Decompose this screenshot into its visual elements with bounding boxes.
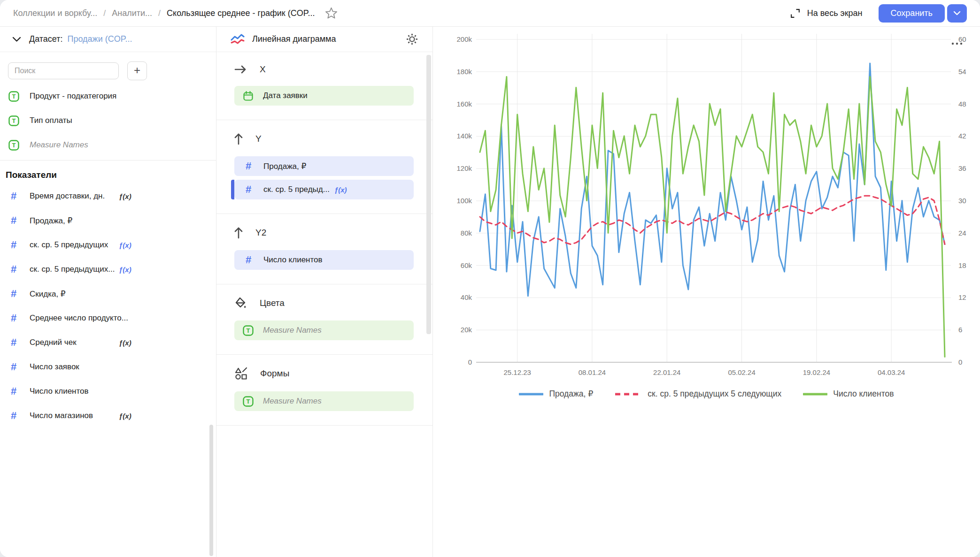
- fullscreen-label: На весь экран: [807, 8, 863, 18]
- legend-item-moving-average[interactable]: ск. ср. 5 предыдущих 5 следующих: [615, 389, 781, 399]
- shapes-field-pill[interactable]: T Measure Names: [234, 391, 414, 411]
- svg-text:42: 42: [958, 132, 966, 140]
- svg-text:6: 6: [958, 326, 962, 334]
- svg-text:T: T: [12, 117, 15, 124]
- svg-text:12: 12: [958, 293, 966, 301]
- fullscreen-icon: [790, 8, 801, 19]
- dataset-header: Датасет: Продажи (COP...: [0, 27, 216, 52]
- svg-text:20k: 20k: [461, 326, 472, 334]
- measure-row[interactable]: # Время доставки, дн. ƒ(x): [0, 184, 216, 208]
- legend-item-clients[interactable]: Число клиентов: [803, 389, 894, 399]
- measure-label: Число заявок: [30, 362, 79, 372]
- number-field-icon: #: [8, 411, 19, 421]
- measure-row[interactable]: # Число магазинов ƒ(x): [0, 404, 216, 428]
- measure-row[interactable]: # Число клиентов: [0, 379, 216, 404]
- measure-row[interactable]: # Скидка, ₽: [0, 282, 216, 306]
- number-field-icon: #: [8, 362, 19, 372]
- formula-icon: ƒ(x): [119, 339, 131, 347]
- formula-icon: ƒ(x): [119, 412, 131, 420]
- line-chart[interactable]: 25.12.2308.01.2422.01.2405.02.2419.02.24…: [433, 27, 980, 383]
- y-field-label: Продажа, ₽: [263, 161, 306, 171]
- colors-section-label: Цвета: [260, 298, 285, 308]
- chart-type-label[interactable]: Линейная диаграмма: [252, 34, 336, 44]
- y2-field-label: Число клиентов: [263, 255, 323, 265]
- svg-text:48: 48: [958, 100, 966, 108]
- number-field-icon: #: [8, 386, 19, 397]
- y2-section-label: Y2: [255, 228, 266, 238]
- measure-row[interactable]: # ск. ср. 5 предыдущих ƒ(x): [0, 233, 216, 257]
- calendar-icon: [243, 91, 254, 101]
- number-field-icon: #: [243, 161, 254, 171]
- y2-field-pill[interactable]: # Число клиентов: [234, 250, 414, 270]
- formula-icon: ƒ(x): [119, 192, 131, 200]
- number-field-icon: #: [8, 191, 19, 201]
- breadcrumb-collections[interactable]: Коллекции и воркбу...: [13, 8, 97, 18]
- svg-text:30: 30: [958, 197, 966, 205]
- dimension-row[interactable]: T Продукт - подкатегория: [0, 84, 216, 108]
- svg-text:100k: 100k: [456, 197, 472, 205]
- add-field-button[interactable]: +: [127, 61, 147, 80]
- collapse-chevron-icon[interactable]: [12, 37, 21, 42]
- paint-bucket-icon: [234, 297, 247, 309]
- series-left: [480, 63, 945, 296]
- y-field-pill-selected[interactable]: # ск. ср. 5 предыд... ƒ(x): [234, 180, 414, 199]
- y-field-pill[interactable]: # Продажа, ₽: [234, 156, 414, 176]
- measure-label: Число магазинов: [30, 411, 119, 420]
- top-bar: Коллекции и воркбу... / Аналити... / Ско…: [0, 0, 980, 27]
- measure-label: Время доставки, дн.: [30, 191, 119, 201]
- chart-type-header: Линейная диаграмма: [216, 27, 432, 52]
- field-search-input[interactable]: [8, 62, 119, 79]
- measure-label: ск. ср. 5 предыдущих...: [30, 265, 119, 274]
- svg-text:80k: 80k: [461, 229, 472, 237]
- svg-text:25.12.23: 25.12.23: [503, 368, 531, 376]
- formula-icon: ƒ(x): [334, 186, 347, 194]
- legend-item-sales[interactable]: Продажа, ₽: [519, 389, 593, 399]
- string-field-icon: T: [8, 91, 19, 102]
- breadcrumb-separator: /: [103, 8, 106, 18]
- measure-label: Скидка, ₽: [30, 289, 66, 299]
- svg-text:180k: 180k: [456, 68, 472, 76]
- measure-label: Среднее число продукто...: [30, 313, 128, 323]
- favorite-star-icon[interactable]: [325, 7, 338, 19]
- more-options-icon: [952, 43, 954, 45]
- measure-row[interactable]: # Продажа, ₽: [0, 208, 216, 233]
- breadcrumb-analytics[interactable]: Аналити...: [112, 8, 152, 18]
- legend-swatch: [519, 392, 543, 396]
- svg-text:05.02.24: 05.02.24: [728, 368, 755, 376]
- measure-row[interactable]: # Число заявок: [0, 355, 216, 379]
- breadcrumb: Коллекции и воркбу... / Аналити... / Ско…: [13, 8, 315, 18]
- dimension-row[interactable]: T Тип оплаты: [0, 108, 216, 133]
- dimension-label: Measure Names: [30, 140, 88, 150]
- measure-row[interactable]: # Средний чек ƒ(x): [0, 330, 216, 355]
- dimension-row-measure-names[interactable]: T Measure Names: [0, 133, 216, 157]
- panel-scrollbar[interactable]: [426, 55, 431, 334]
- measure-row[interactable]: # ск. ср. 5 предыдущих... ƒ(x): [0, 257, 216, 282]
- dataset-name-link[interactable]: Продажи (COP...: [68, 34, 132, 44]
- svg-text:0: 0: [468, 358, 472, 366]
- measure-row[interactable]: # Среднее число продукто...: [0, 306, 216, 330]
- dataset-label: Датасет:: [29, 34, 63, 44]
- line-chart-icon: [231, 34, 245, 45]
- number-field-icon: #: [243, 255, 254, 265]
- save-button[interactable]: Сохранить: [879, 4, 945, 23]
- save-dropdown-button[interactable]: [947, 4, 967, 23]
- formula-icon: ƒ(x): [119, 266, 131, 274]
- sidebar-scrollbar[interactable]: [209, 425, 213, 556]
- fullscreen-button[interactable]: На весь экран: [790, 8, 863, 19]
- gear-icon[interactable]: [406, 33, 418, 46]
- string-field-icon: T: [8, 140, 19, 151]
- arrow-right-icon: [234, 65, 247, 74]
- svg-text:08.01.24: 08.01.24: [579, 368, 606, 376]
- svg-text:54: 54: [958, 68, 966, 76]
- measure-label: Продажа, ₽: [30, 216, 72, 226]
- svg-text:19.02.24: 19.02.24: [803, 368, 830, 376]
- svg-text:60k: 60k: [461, 261, 472, 269]
- page-title: Скользящее среднее - график (COP...: [167, 8, 315, 18]
- x-field-pill[interactable]: Дата заявки: [234, 86, 414, 106]
- string-field-icon: T: [8, 115, 19, 126]
- chart-legend: Продажа, ₽ ск. ср. 5 предыдущих 5 следую…: [433, 389, 980, 399]
- colors-field-pill[interactable]: T Measure Names: [234, 320, 414, 340]
- legend-label: ск. ср. 5 предыдущих 5 следующих: [648, 389, 781, 399]
- svg-text:0: 0: [958, 358, 962, 366]
- number-field-icon: #: [8, 264, 19, 275]
